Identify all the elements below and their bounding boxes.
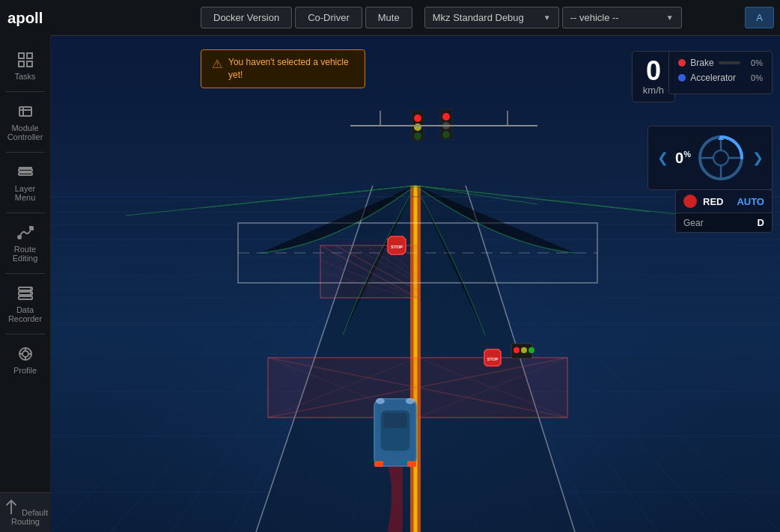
- speed-unit: km/h: [643, 85, 664, 96]
- sidebar-divider-4: [5, 273, 46, 274]
- warning-toast: ⚠ You haven't selected a vehicle yet!: [201, 49, 365, 88]
- map-select-arrow: ▼: [543, 13, 551, 22]
- module-icon: [16, 103, 34, 120]
- speed-value: 0: [643, 58, 664, 85]
- logo: apollo: [0, 0, 51, 36]
- topbar: apollo Docker Version Co-Driver Mute Mkz…: [0, 0, 780, 36]
- signal-indicator: [683, 195, 697, 208]
- hud-steering: ❮ 0% ❯: [648, 126, 773, 190]
- docker-version-button[interactable]: Docker Version: [201, 7, 292, 28]
- hud-signal: RED AUTO Gear D: [675, 189, 773, 233]
- svg-rect-2: [27, 53, 32, 58]
- accel-row: Accelerator 0%: [678, 73, 763, 83]
- main-canvas: STOP STOP: [51, 36, 780, 532]
- sidebar-item-data-recorder[interactable]: DataRecorder: [0, 277, 50, 331]
- sidebar-module-label: ModuleController: [7, 123, 43, 141]
- brake-bar: [719, 61, 740, 64]
- grid-icon: [16, 51, 34, 69]
- svg-rect-17: [19, 296, 32, 299]
- apollo-logo: apollo: [7, 7, 43, 28]
- route-icon: [16, 224, 34, 242]
- sidebar-profile-label: Profile: [13, 366, 37, 375]
- sidebar-item-tasks[interactable]: Tasks: [0, 43, 50, 88]
- accel-label: Accelerator: [690, 73, 736, 83]
- sidebar-divider-5: [5, 334, 46, 334]
- brake-dot: [678, 59, 686, 67]
- data-icon: [16, 284, 34, 302]
- sidebar: Tasks ModuleController LayerMenu RouteEd…: [0, 36, 51, 532]
- co-driver-button[interactable]: Co-Driver: [295, 7, 362, 28]
- signal-mode: AUTO: [737, 196, 764, 207]
- signal-row: RED AUTO: [676, 190, 772, 213]
- gear-value: D: [758, 217, 764, 228]
- sidebar-tasks-label: Tasks: [14, 72, 35, 81]
- svg-rect-3: [19, 61, 24, 67]
- mute-button[interactable]: Mute: [365, 7, 412, 28]
- brake-row: Brake 0%: [678, 58, 763, 68]
- sidebar-layer-label: LayerMenu: [15, 184, 36, 202]
- topbar-right-button[interactable]: A: [745, 7, 774, 28]
- topbar-buttons: Docker Version Co-Driver Mute Mkz Standa…: [201, 7, 682, 28]
- hud-brake-accel: Brake 0% Accelerator 0%: [668, 51, 773, 94]
- svg-rect-1: [19, 53, 24, 58]
- svg-point-21: [22, 351, 28, 357]
- steering-value: 0%: [675, 150, 691, 167]
- sidebar-data-label: DataRecorder: [8, 305, 42, 323]
- svg-rect-8: [19, 169, 32, 171]
- layer-icon: [16, 163, 34, 181]
- map-select[interactable]: Mkz Standard Debug ▼: [424, 7, 559, 28]
- brake-label: Brake: [690, 58, 713, 68]
- sidebar-divider-2: [5, 152, 46, 153]
- sidebar-route-label: RouteEditing: [13, 245, 38, 263]
- scene-background: [51, 36, 780, 532]
- sidebar-item-layer-menu[interactable]: LayerMenu: [0, 156, 50, 210]
- vehicle-select-arrow: ▼: [666, 13, 674, 22]
- warning-icon: ⚠: [212, 57, 222, 71]
- steering-wheel: [697, 134, 745, 182]
- brake-pct: 0%: [745, 58, 763, 67]
- accel-pct: 0%: [745, 73, 763, 82]
- profile-icon: [16, 345, 34, 363]
- vehicle-select[interactable]: -- vehicle -- ▼: [562, 7, 682, 28]
- signal-label: RED: [703, 196, 723, 207]
- sidebar-divider-3: [5, 213, 46, 213]
- svg-point-19: [30, 293, 31, 294]
- steering-next-button[interactable]: ❯: [751, 147, 764, 169]
- svg-rect-9: [19, 173, 32, 175]
- sidebar-item-profile[interactable]: Profile: [0, 337, 50, 382]
- sidebar-item-module-controller[interactable]: ModuleController: [0, 95, 50, 149]
- gear-row: Gear D: [676, 213, 772, 232]
- sidebar-divider-1: [5, 91, 46, 92]
- topbar-right: A: [745, 7, 780, 28]
- svg-text:apollo: apollo: [7, 10, 43, 26]
- steering-prev-button[interactable]: ❮: [656, 147, 669, 169]
- gear-label: Gear: [683, 218, 704, 228]
- svg-point-106: [713, 150, 728, 165]
- svg-rect-4: [27, 61, 32, 67]
- routing-icon: [3, 499, 19, 516]
- svg-rect-5: [19, 107, 31, 116]
- accel-dot: [678, 74, 686, 82]
- sidebar-default-routing[interactable]: Default Routing: [0, 492, 51, 532]
- warning-text: You haven't selected a vehicle yet!: [228, 56, 354, 82]
- svg-point-11: [18, 236, 21, 239]
- svg-point-18: [30, 288, 31, 290]
- sidebar-item-route-editing[interactable]: RouteEditing: [0, 216, 50, 270]
